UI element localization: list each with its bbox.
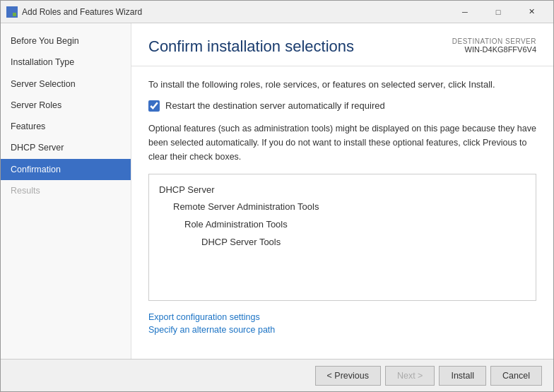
svg-rect-2 (8, 13, 11, 16)
sidebar: Before You Begin Installation Type Serve… (1, 23, 131, 359)
instruction-text: To install the following roles, role ser… (148, 78, 536, 92)
feature-dhcp-server-tools: DHCP Server Tools (159, 234, 526, 251)
destination-server-name: WIN-D4KG8FFV6V4 (452, 45, 536, 54)
footer: < Previous Next > Install Cancel (1, 359, 553, 391)
close-button[interactable]: ✕ (515, 2, 548, 22)
links-area: Export configuration settings Specify an… (148, 312, 536, 335)
restart-checkbox-row: Restart the destination server automatic… (148, 100, 536, 112)
svg-rect-1 (13, 8, 16, 11)
app-icon (6, 6, 18, 18)
sidebar-item-before-you-begin[interactable]: Before You Begin (1, 30, 131, 52)
window-controls: ─ □ ✕ (449, 2, 548, 22)
optional-text: Optional features (such as administratio… (148, 121, 536, 164)
maximize-button[interactable]: □ (482, 2, 514, 22)
cancel-button[interactable]: Cancel (490, 366, 542, 386)
main-body: To install the following roles, role ser… (131, 66, 553, 359)
previous-button[interactable]: < Previous (315, 366, 381, 386)
restart-checkbox[interactable] (148, 100, 160, 112)
destination-server-info: DESTINATION SERVER WIN-D4KG8FFV6V4 (452, 37, 536, 54)
main-content: Confirm installation selections DESTINAT… (131, 23, 553, 359)
svg-rect-0 (8, 8, 11, 11)
main-window: Add Roles and Features Wizard ─ □ ✕ Befo… (0, 0, 554, 392)
next-button[interactable]: Next > (385, 366, 435, 386)
content-area: Before You Begin Installation Type Serve… (1, 23, 553, 359)
sidebar-item-server-selection[interactable]: Server Selection (1, 73, 131, 95)
sidebar-item-server-roles[interactable]: Server Roles (1, 95, 131, 116)
sidebar-item-features[interactable]: Features (1, 116, 131, 137)
svg-rect-3 (13, 13, 16, 16)
alternate-source-link[interactable]: Specify an alternate source path (148, 325, 536, 335)
feature-role-admin-tools: Role Administration Tools (159, 216, 526, 234)
window-title: Add Roles and Features Wizard (22, 7, 449, 17)
sidebar-item-installation-type[interactable]: Installation Type (1, 52, 131, 73)
header-top: Confirm installation selections DESTINAT… (148, 37, 536, 56)
feature-dhcp-server: DHCP Server (159, 182, 526, 199)
page-title: Confirm installation selections (148, 37, 354, 56)
export-config-link[interactable]: Export configuration settings (148, 312, 536, 322)
feature-remote-admin-tools: Remote Server Administration Tools (159, 198, 526, 216)
features-box: DHCP Server Remote Server Administration… (148, 174, 536, 301)
destination-server-label: DESTINATION SERVER (452, 37, 536, 45)
sidebar-item-results: Results (1, 180, 131, 201)
titlebar: Add Roles and Features Wizard ─ □ ✕ (1, 1, 553, 23)
sidebar-item-confirmation[interactable]: Confirmation (1, 159, 131, 180)
sidebar-item-dhcp-server[interactable]: DHCP Server (1, 137, 131, 158)
main-header: Confirm installation selections DESTINAT… (131, 23, 553, 66)
restart-checkbox-label[interactable]: Restart the destination server automatic… (165, 100, 385, 111)
minimize-button[interactable]: ─ (449, 2, 481, 22)
install-button[interactable]: Install (439, 366, 486, 386)
